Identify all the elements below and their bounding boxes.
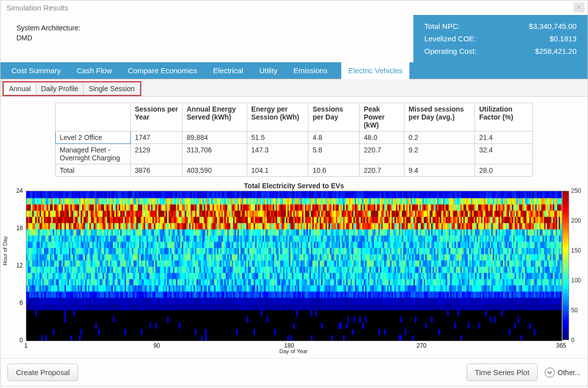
chart-title: Total Electricity Served to EVs xyxy=(5,182,583,190)
arch-label: System Architecture: xyxy=(16,24,413,32)
table-cell: 89,884 xyxy=(183,131,247,144)
y-tick: 24 xyxy=(16,187,23,194)
table-header: Missed sessions per Day (avg.) xyxy=(404,103,475,131)
tab-electrical[interactable]: Electrical xyxy=(211,62,245,79)
y-axis-label: Hour of Day xyxy=(2,236,8,265)
table-cell: 9.2 xyxy=(404,144,475,164)
subtab-daily-profile[interactable]: Daily Profile xyxy=(36,82,84,95)
table-cell: 2129 xyxy=(130,144,182,164)
x-tick: 365 xyxy=(556,342,566,349)
cost-summary-box: Total NPC:$3,340,745.00 Levelized COE:$0… xyxy=(413,15,588,62)
table-header: Sessions per Year xyxy=(130,103,182,131)
table-row[interactable]: Managed Fleet - Overnight Charging212931… xyxy=(56,144,533,164)
table-cell: 4.8 xyxy=(308,131,360,144)
chevron-down-icon xyxy=(545,368,555,378)
table-cell: 104.1 xyxy=(247,164,308,177)
table-cell: 220.7 xyxy=(360,164,404,177)
main-tabs: Cost SummaryCash FlowCompare EconomicsEl… xyxy=(0,62,588,79)
colorbar-tick: 100 xyxy=(571,277,581,284)
table-row[interactable]: Total3876403,590104.110.6220.79.428.0 xyxy=(56,164,533,177)
table-cell: 0.2 xyxy=(404,131,475,144)
tab-electric-vehicles[interactable]: Electric Vehicles xyxy=(341,62,409,79)
ev-table: Sessions per YearAnnual Energy Served (k… xyxy=(55,103,533,177)
tab-cost-summary[interactable]: Cost Summary xyxy=(9,62,63,79)
colorbar-tick: 200 xyxy=(571,217,581,224)
sub-tabs: AnnualDaily ProfileSingle Session xyxy=(2,81,141,96)
close-icon[interactable]: ✕ xyxy=(574,2,585,12)
other-dropdown[interactable]: Other... xyxy=(545,368,581,378)
x-tick: 90 xyxy=(153,342,160,349)
table-cell: 9.4 xyxy=(404,164,475,177)
y-tick: 0 xyxy=(19,337,23,344)
table-cell: 10.6 xyxy=(308,164,360,177)
create-proposal-button[interactable]: Create Proposal xyxy=(7,364,78,381)
row-name: Total xyxy=(56,164,131,177)
table-cell: 313,706 xyxy=(183,144,247,164)
table-cell: 28.0 xyxy=(475,164,533,177)
table-header xyxy=(56,103,131,131)
lcoe-value: $0.1813 xyxy=(550,34,577,43)
table-header: Peak Power (kW) xyxy=(360,103,404,131)
colorbar-tick: 150 xyxy=(571,247,581,254)
tab-compare-economics[interactable]: Compare Economics xyxy=(126,62,199,79)
table-cell: 1747 xyxy=(130,131,182,144)
colorbar-tick: 250 xyxy=(571,187,581,194)
npc-value: $3,340,745.00 xyxy=(529,22,577,30)
colorbar-tick: 0 xyxy=(571,337,575,344)
tab-utility[interactable]: Utility xyxy=(257,62,280,79)
table-cell: 51.5 xyxy=(247,131,308,144)
y-tick: 6 xyxy=(19,299,23,306)
table-cell: 21.4 xyxy=(475,131,533,144)
opex-value: $258,421.20 xyxy=(535,47,577,55)
colorbar xyxy=(562,191,569,340)
table-row[interactable]: Level 2 Office174789,88451.54.848.00.221… xyxy=(56,131,533,144)
row-name: Managed Fleet - Overnight Charging xyxy=(56,144,131,164)
arch-value: DMD xyxy=(16,34,413,42)
system-architecture: System Architecture: DMD xyxy=(0,15,413,62)
table-cell: 5.8 xyxy=(308,144,360,164)
table-cell: 403,590 xyxy=(183,164,247,177)
subtab-single-session[interactable]: Single Session xyxy=(84,82,140,95)
table-cell: 3876 xyxy=(130,164,182,177)
other-label: Other... xyxy=(558,369,581,377)
colorbar-tick: 50 xyxy=(571,307,578,314)
npc-label: Total NPC: xyxy=(424,22,460,30)
tab-cash-flow[interactable]: Cash Flow xyxy=(75,62,114,79)
subtab-annual[interactable]: Annual xyxy=(3,82,36,95)
x-tick: 1 xyxy=(24,342,28,349)
heatmap-canvas xyxy=(26,191,562,341)
table-header: Sessions per Day xyxy=(308,103,360,131)
row-name: Level 2 Office xyxy=(56,131,131,144)
table-cell: 32.4 xyxy=(475,144,533,164)
page-title: Simulation Results xyxy=(6,3,68,12)
y-tick: 18 xyxy=(16,225,23,232)
table-cell: 147.3 xyxy=(247,144,308,164)
table-header: Energy per Session (kWh) xyxy=(247,103,308,131)
table-cell: 48.0 xyxy=(360,131,404,144)
table-cell: 220.7 xyxy=(360,144,404,164)
lcoe-label: Levelized COE: xyxy=(424,34,476,43)
x-tick: 270 xyxy=(416,342,426,349)
time-series-plot-button[interactable]: Time Series Plot xyxy=(467,364,538,381)
y-tick: 12 xyxy=(16,262,23,269)
table-header: Annual Energy Served (kWh) xyxy=(183,103,247,131)
x-tick: 180 xyxy=(284,342,294,349)
tab-emissions[interactable]: Emissions xyxy=(292,62,329,79)
table-header: Utilization Factor (%) xyxy=(475,103,533,131)
heatmap-chart: Hour of Day 06121824 050100150200250 Day… xyxy=(8,191,580,356)
opex-label: Operating Cost: xyxy=(424,47,477,55)
